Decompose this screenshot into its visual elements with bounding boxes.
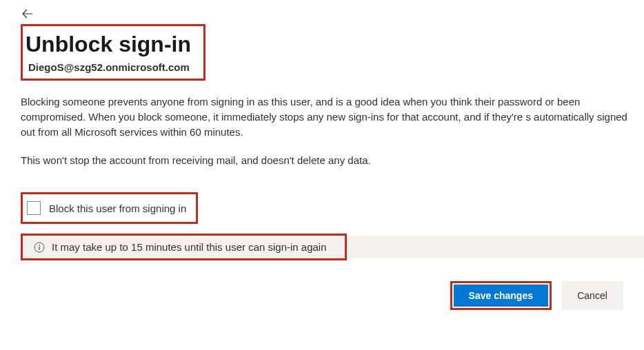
cancel-button[interactable]: Cancel xyxy=(561,281,623,310)
block-signin-checkbox[interactable] xyxy=(27,201,41,215)
header-highlight: Unblock sign-in DiegoS@szg52.onmicrosoft… xyxy=(21,24,205,81)
info-highlight: It may take up to 15 minutes until this … xyxy=(21,234,347,260)
info-message: It may take up to 15 minutes until this … xyxy=(52,241,327,253)
description-text: Blocking someone prevents anyone from si… xyxy=(21,94,644,139)
svg-point-1 xyxy=(39,245,40,246)
note-text: This won't stop the account from receivi… xyxy=(21,154,644,166)
block-signin-label: Block this user from signing in xyxy=(49,203,186,214)
page-title: Unblock sign-in xyxy=(26,32,191,57)
save-highlight: Save changes xyxy=(450,281,552,310)
info-bar-extension xyxy=(347,236,644,258)
back-arrow-icon[interactable] xyxy=(21,7,34,23)
save-changes-button[interactable]: Save changes xyxy=(454,285,548,307)
info-row: It may take up to 15 minutes until this … xyxy=(21,234,644,260)
panel-content: Unblock sign-in DiegoS@szg52.onmicrosoft… xyxy=(0,0,644,310)
button-row: Save changes Cancel xyxy=(21,281,644,310)
user-email: DiegoS@szg52.onmicrosoft.com xyxy=(28,61,191,73)
svg-rect-2 xyxy=(39,247,39,250)
checkbox-highlight: Block this user from signing in xyxy=(21,192,198,224)
info-icon xyxy=(34,242,45,253)
